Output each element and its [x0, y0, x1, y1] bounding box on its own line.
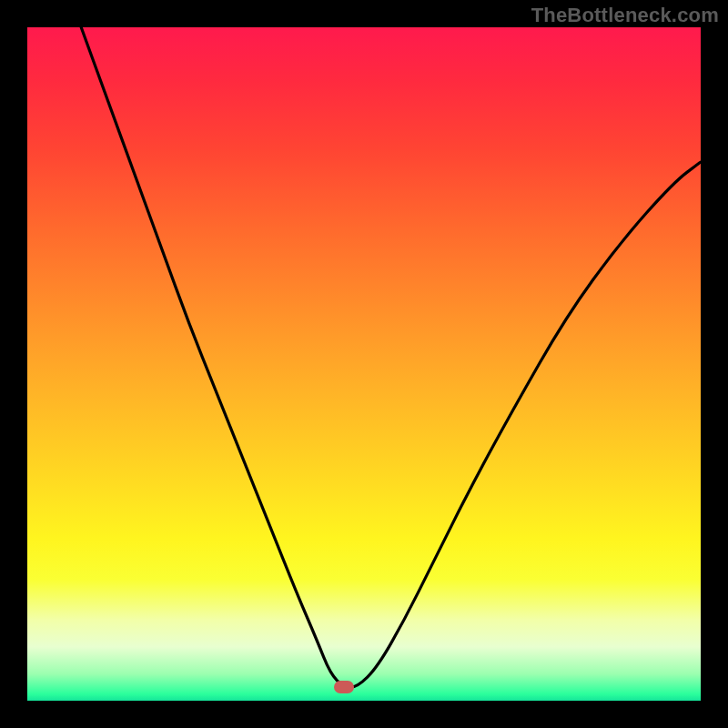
vertex-marker — [334, 681, 354, 693]
chart-frame: TheBottleneck.com — [0, 0, 728, 728]
plot-area — [27, 27, 701, 701]
curve-svg — [27, 27, 701, 701]
watermark-text: TheBottleneck.com — [531, 4, 719, 27]
bottleneck-curve — [81, 27, 701, 687]
